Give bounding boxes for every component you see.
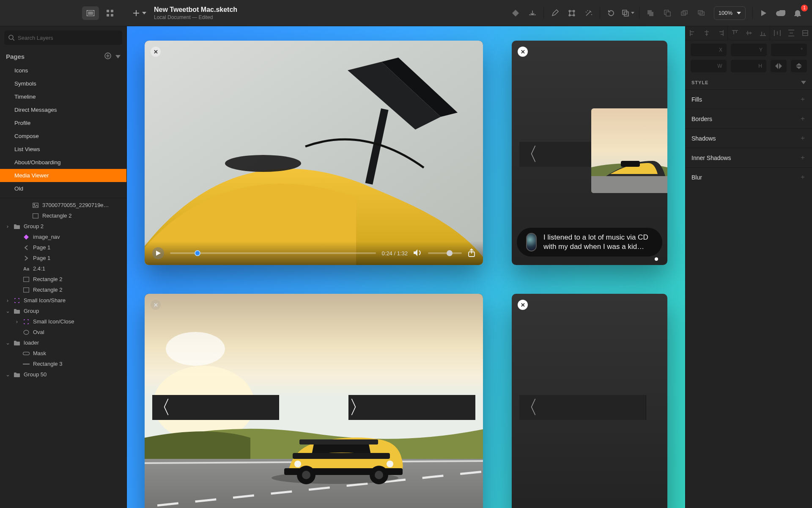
disclosure-icon[interactable]: ›	[14, 318, 19, 325]
layer-row[interactable]: Mask	[0, 348, 126, 359]
layer-row[interactable]: ›Small Icon/Close	[0, 316, 126, 327]
close-icon[interactable]: ✕	[151, 47, 161, 57]
layer-row[interactable]: Rectangle 2	[0, 284, 126, 295]
preview-icon[interactable]	[755, 6, 772, 20]
chevron-left-icon[interactable]: 〈	[519, 395, 646, 420]
cloud-icon[interactable]	[772, 6, 789, 20]
y-field[interactable]: Y	[731, 44, 767, 56]
seek-track[interactable]	[170, 252, 376, 254]
symbol-tool-icon[interactable]	[524, 6, 541, 20]
close-icon[interactable]: ✕	[151, 300, 161, 310]
volume-track[interactable]	[428, 252, 462, 254]
avatar[interactable]	[526, 233, 537, 251]
w-field[interactable]: W	[691, 60, 727, 72]
shape-tool-icon[interactable]	[507, 6, 524, 20]
layer-row[interactable]: Rectangle 2	[0, 210, 126, 221]
layer-row[interactable]: ⌄loader	[0, 337, 126, 348]
align-top-icon[interactable]	[728, 26, 742, 40]
angle-field[interactable]: °	[771, 44, 807, 56]
magic-tool-icon[interactable]	[580, 6, 597, 20]
disclosure-icon[interactable]: ⌄	[5, 308, 10, 314]
page-item[interactable]: Profile	[0, 116, 126, 130]
subtract-icon[interactable]	[659, 6, 676, 20]
page-item[interactable]: Old	[0, 182, 126, 195]
volume-icon[interactable]	[414, 249, 422, 257]
align-hcenter-icon[interactable]	[700, 26, 713, 40]
volume-knob[interactable]	[447, 250, 453, 256]
layer-row[interactable]: ⌄Group 50	[0, 369, 126, 380]
union-icon[interactable]	[642, 6, 659, 20]
rotate-tool-icon[interactable]	[603, 6, 620, 20]
layer-row[interactable]: ⌄Group	[0, 306, 126, 316]
artboard-empty-viewer[interactable]: ✕ 〈	[512, 294, 667, 508]
page-item[interactable]: Compose	[0, 130, 126, 143]
disclosure-icon[interactable]: ⌄	[5, 371, 10, 378]
layer-row[interactable]: Rectangle 3	[0, 359, 126, 369]
align-left-icon[interactable]	[686, 26, 700, 40]
style-prop-row[interactable]: Blur＋	[686, 167, 812, 187]
insert-button[interactable]	[133, 10, 146, 17]
page-item[interactable]: Direct Messages	[0, 103, 126, 116]
layer-list-toggle-icon[interactable]	[82, 6, 99, 20]
forward-icon[interactable]	[676, 6, 693, 20]
flip-v-icon[interactable]	[791, 60, 807, 72]
style-prop-row[interactable]: Inner Shadows＋	[686, 148, 812, 167]
page-item[interactable]: About/Onboarding	[0, 156, 126, 169]
transform-tool-icon[interactable]	[563, 6, 580, 20]
layer-row[interactable]: ›Group 2	[0, 221, 126, 232]
layer-row[interactable]: ›Small Icon/Share	[0, 295, 126, 306]
play-button[interactable]	[152, 247, 164, 259]
close-icon[interactable]: ✕	[518, 47, 528, 57]
flip-h-icon[interactable]	[771, 60, 787, 72]
artboard-caption-viewer[interactable]: ✕ 〈 I listened to a lot of musi	[512, 41, 667, 265]
share-icon[interactable]	[468, 248, 475, 258]
style-prop-row[interactable]: Shadows＋	[686, 128, 812, 148]
canvas[interactable]: ✕ 0:24 / 1:32 ✕ 〈	[127, 26, 685, 508]
distribute-h-icon[interactable]	[770, 26, 784, 40]
align-vcenter-icon[interactable]	[742, 26, 756, 40]
add-style-icon[interactable]: ＋	[799, 153, 806, 162]
add-page-icon[interactable]	[104, 52, 111, 61]
zoom-dropdown[interactable]: 100%	[714, 6, 746, 20]
layer-row[interactable]: Page 1	[0, 253, 126, 263]
disclosure-icon[interactable]: ›	[5, 297, 10, 304]
grid-view-icon[interactable]	[102, 6, 118, 20]
add-style-icon[interactable]: ＋	[799, 114, 806, 123]
layer-row[interactable]: Rectangle 2	[0, 274, 126, 284]
backward-icon[interactable]	[693, 6, 710, 20]
artboard-image-viewer[interactable]: ✕ 〈 〉	[145, 294, 483, 508]
align-bottom-icon[interactable]	[756, 26, 770, 40]
notifications-icon[interactable]: 1	[789, 6, 806, 20]
add-style-icon[interactable]: ＋	[799, 134, 806, 143]
seek-knob[interactable]	[195, 250, 200, 256]
layer-row[interactable]: Aa2.4:1	[0, 263, 126, 274]
layer-search[interactable]	[4, 30, 122, 45]
page-item[interactable]: List Views	[0, 143, 126, 156]
chevron-right-icon[interactable]: 〉	[348, 395, 475, 420]
edit-tool-icon[interactable]	[546, 6, 563, 20]
style-prop-row[interactable]: Borders＋	[686, 109, 812, 128]
mask-tool-icon[interactable]	[620, 6, 636, 20]
tidy-icon[interactable]	[798, 26, 812, 40]
disclosure-icon[interactable]: ›	[5, 223, 10, 229]
pages-collapse-icon[interactable]	[115, 52, 121, 61]
layer-search-input[interactable]	[18, 35, 118, 41]
add-style-icon[interactable]: ＋	[799, 95, 806, 104]
align-right-icon[interactable]	[713, 26, 727, 40]
h-field[interactable]: H	[731, 60, 767, 72]
style-prop-row[interactable]: Fills＋	[686, 89, 812, 109]
page-item[interactable]: Icons	[0, 64, 126, 77]
page-item[interactable]: Timeline	[0, 90, 126, 103]
layer-row[interactable]: image_nav	[0, 232, 126, 242]
x-field[interactable]: X	[691, 44, 727, 56]
style-chevron-icon[interactable]	[801, 80, 806, 85]
artboard-video-player[interactable]: ✕ 0:24 / 1:32	[145, 41, 483, 265]
layer-row[interactable]: Oval	[0, 327, 126, 337]
page-item[interactable]: Symbols	[0, 77, 126, 90]
close-icon[interactable]: ✕	[518, 300, 528, 310]
layer-row[interactable]: 37000770055_2290719e…	[0, 200, 126, 210]
chevron-left-icon[interactable]: 〈	[152, 395, 279, 420]
distribute-v-icon[interactable]	[784, 26, 798, 40]
add-style-icon[interactable]: ＋	[799, 173, 806, 182]
layer-row[interactable]: Page 1	[0, 242, 126, 253]
